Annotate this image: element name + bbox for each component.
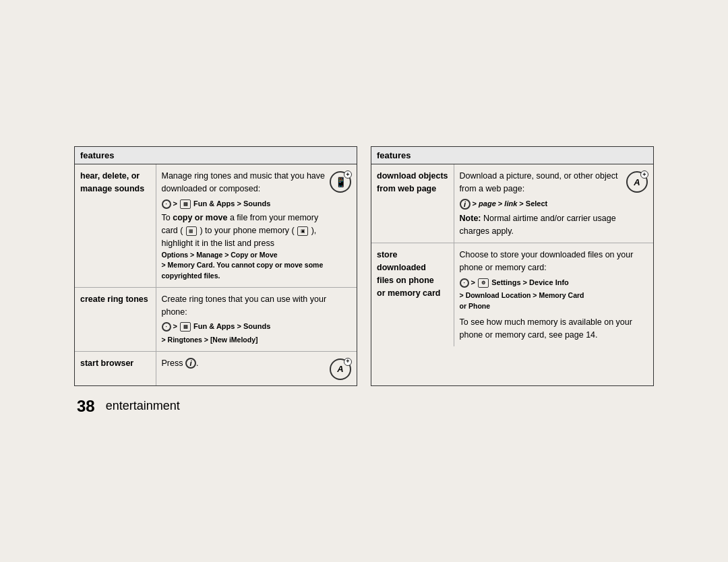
copy-move-text: To copy or move a file from your memory … <box>162 212 326 249</box>
browser-icon-container: A + <box>330 358 351 380</box>
plus-badge: + <box>640 170 648 179</box>
left-table-header: features <box>75 147 357 164</box>
options-nav: Options > Manage > Copy or Move > Memory… <box>162 250 326 282</box>
right-table-header: features <box>371 147 653 164</box>
feature-description: Download a picture, sound, or other obje… <box>454 164 653 243</box>
nav-dot-icon: · <box>162 199 171 209</box>
right-table-wrapper: features download objectsfrom web page D… <box>371 146 654 385</box>
feature-label: start browser <box>75 351 156 385</box>
left-table-wrapper: features hear, delete, ormanage sounds M… <box>74 146 357 385</box>
nav-instruction: · > ▤ Fun & Apps > Sounds <box>162 198 326 210</box>
browser-icon-container2: A + <box>626 171 648 193</box>
table-row: download objectsfrom web page Download a… <box>371 164 653 243</box>
table-row: storedownloadedfiles on phoneor memory c… <box>371 243 653 347</box>
desc-text: Manage ring tones and music that you hav… <box>162 170 326 195</box>
page-footer: 38 entertainment <box>74 397 180 416</box>
feature-description: Manage ring tones and music that you hav… <box>156 164 357 288</box>
nav-instruction: · > ▤ Fun & Apps > Sounds <box>162 321 352 332</box>
ringtones-nav: > Ringtones > [New iMelody] <box>162 335 352 346</box>
feature-label: download objectsfrom web page <box>371 164 454 243</box>
download-icon: A + <box>626 171 648 193</box>
phone-icon-container: 📱 + <box>330 171 351 193</box>
desc-text: Press i. <box>162 357 326 370</box>
feature-description: Choose to store your downloaded files on… <box>454 243 653 347</box>
page-number: 38 <box>77 397 95 416</box>
menu-icon: ▤ <box>180 322 191 332</box>
plus-badge: + <box>344 358 352 366</box>
chapter-title: entertainment <box>106 399 180 413</box>
feature-label: create ring tones <box>75 287 156 351</box>
feature-label: storedownloadedfiles on phoneor memory c… <box>371 243 454 347</box>
menu-icon: ▤ <box>180 199 191 209</box>
page-container: features hear, delete, ormanage sounds M… <box>61 133 667 429</box>
nav-instruction: i > page > link > Select <box>460 198 622 210</box>
download-loc-nav: > Download Location > Memory Card or Pho… <box>460 290 648 312</box>
desc-text: Choose to store your downloaded files on… <box>460 249 648 274</box>
settings-icon: ⚙ <box>478 278 489 288</box>
browser-plus-icon: A + <box>330 358 351 380</box>
browser-icon: i <box>185 358 196 369</box>
memory-info-text: To see how much memory is available on y… <box>460 316 648 342</box>
note-text: Note: Normal airtime and/or carrier usag… <box>460 212 622 238</box>
nav-dot-icon: · <box>162 322 171 332</box>
desc-text: Create ring tones that you can use with … <box>162 293 352 319</box>
feature-description: Create ring tones that you can use with … <box>156 287 357 351</box>
phone-manage-icon: 📱 + <box>330 171 351 193</box>
browser-nav-icon: i <box>460 199 471 210</box>
nav-instruction: · > ⚙ Settings > Device Info <box>460 277 648 288</box>
phone-mem-icon: ▣ <box>297 226 308 236</box>
feature-label: hear, delete, ormanage sounds <box>75 164 156 288</box>
memcard-icon: ▦ <box>186 226 197 236</box>
feature-description: Press i. A + <box>156 351 357 385</box>
nav-dot-icon: · <box>460 278 469 288</box>
tables-row: features hear, delete, ormanage sounds M… <box>74 146 654 385</box>
left-table: features hear, delete, ormanage sounds M… <box>75 147 357 385</box>
table-row: start browser Press i. A <box>75 351 357 385</box>
plus-badge: + <box>344 170 352 179</box>
table-row: create ring tones Create ring tones that… <box>75 287 357 351</box>
desc-text: Download a picture, sound, or other obje… <box>460 170 622 195</box>
right-table: features download objectsfrom web page D… <box>371 147 653 346</box>
table-row: hear, delete, ormanage sounds Manage rin… <box>75 164 357 288</box>
